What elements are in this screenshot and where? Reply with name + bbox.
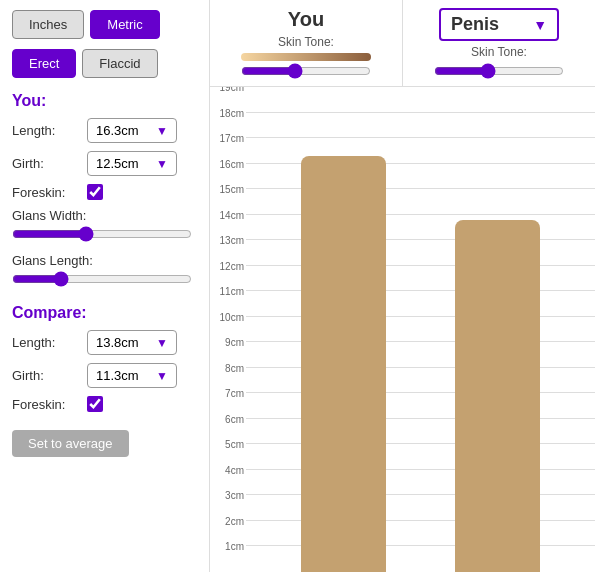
y-axis-label: 10cm bbox=[220, 311, 244, 322]
col-you-header: You Skin Tone: bbox=[210, 0, 402, 86]
y-axis-label: 5cm bbox=[225, 439, 244, 450]
y-axis-label: 6cm bbox=[225, 413, 244, 424]
compare-length-arrow-icon: ▼ bbox=[156, 336, 168, 350]
you-glans-length-label: Glans Length: bbox=[12, 253, 197, 268]
you-length-value: 16.3cm bbox=[96, 123, 139, 138]
bar-you bbox=[301, 156, 386, 572]
penis-skin-tone-slider-container bbox=[434, 63, 564, 82]
compare-length-label: Length: bbox=[12, 335, 87, 350]
you-skin-tone-bar-bg bbox=[241, 53, 371, 61]
you-section-title: You: bbox=[12, 92, 197, 110]
state-buttons: Erect Flaccid bbox=[12, 49, 197, 78]
y-axis-label: 19cm bbox=[220, 87, 244, 93]
you-col-title: You bbox=[288, 8, 324, 31]
chart-area: 1cm2cm3cm4cm5cm6cm7cm8cm9cm10cm11cm12cm1… bbox=[210, 87, 595, 572]
you-glans-width-section: Glans Width: bbox=[12, 208, 197, 245]
bars-container bbox=[246, 87, 595, 572]
you-skin-tone-slider[interactable] bbox=[241, 63, 371, 79]
y-axis-label: 11cm bbox=[220, 286, 244, 297]
metric-button[interactable]: Metric bbox=[90, 10, 159, 39]
you-girth-value: 12.5cm bbox=[96, 156, 139, 171]
penis-dropdown[interactable]: Penis ▼ bbox=[439, 8, 559, 41]
y-axis-label: 14cm bbox=[220, 209, 244, 220]
you-length-arrow-icon: ▼ bbox=[156, 124, 168, 138]
you-glans-length-section: Glans Length: bbox=[12, 253, 197, 290]
you-skin-tone-bar bbox=[241, 53, 371, 61]
y-axis-label: 17cm bbox=[220, 133, 244, 144]
y-axis-label: 18cm bbox=[220, 107, 244, 118]
flaccid-button[interactable]: Flaccid bbox=[82, 49, 157, 78]
compare-girth-value: 11.3cm bbox=[96, 368, 139, 383]
y-axis-label: 2cm bbox=[225, 515, 244, 526]
y-axis-label: 9cm bbox=[225, 337, 244, 348]
compare-section-title: Compare: bbox=[12, 304, 197, 322]
y-axis-label: 12cm bbox=[220, 260, 244, 271]
you-length-dropdown[interactable]: 16.3cm ▼ bbox=[87, 118, 177, 143]
you-length-label: Length: bbox=[12, 123, 87, 138]
y-axis-label: 4cm bbox=[225, 464, 244, 475]
you-girth-label: Girth: bbox=[12, 156, 87, 171]
penis-col-title: Penis bbox=[451, 14, 499, 35]
you-glans-length-slider[interactable] bbox=[12, 271, 192, 287]
y-axis-label: 8cm bbox=[225, 362, 244, 373]
you-skin-tone-label: Skin Tone: bbox=[278, 35, 334, 49]
y-axis-label: 7cm bbox=[225, 388, 244, 399]
y-axis-label: 15cm bbox=[220, 184, 244, 195]
erect-button[interactable]: Erect bbox=[12, 49, 76, 78]
y-axis: 1cm2cm3cm4cm5cm6cm7cm8cm9cm10cm11cm12cm1… bbox=[210, 87, 246, 572]
unit-buttons: Inches Metric bbox=[12, 10, 197, 39]
you-skin-tone-slider-container bbox=[241, 53, 371, 82]
you-girth-dropdown[interactable]: 12.5cm ▼ bbox=[87, 151, 177, 176]
compare-girth-row: Girth: 11.3cm ▼ bbox=[12, 363, 197, 388]
compare-length-value: 13.8cm bbox=[96, 335, 139, 350]
you-foreskin-row: Foreskin: bbox=[12, 184, 197, 200]
right-panel: You Skin Tone: Penis ▼ Skin Tone: bbox=[210, 0, 595, 572]
compare-section: Compare: Length: 13.8cm ▼ Girth: 11.3cm … bbox=[12, 304, 197, 457]
penis-dropdown-arrow-icon: ▼ bbox=[533, 17, 547, 33]
col-penis-header: Penis ▼ Skin Tone: bbox=[403, 0, 595, 86]
set-average-button[interactable]: Set to average bbox=[12, 430, 129, 457]
compare-girth-dropdown[interactable]: 11.3cm ▼ bbox=[87, 363, 177, 388]
you-girth-arrow-icon: ▼ bbox=[156, 157, 168, 171]
penis-skin-tone-label: Skin Tone: bbox=[471, 45, 527, 59]
y-axis-label: 16cm bbox=[220, 158, 244, 169]
compare-length-row: Length: 13.8cm ▼ bbox=[12, 330, 197, 355]
inches-button[interactable]: Inches bbox=[12, 10, 84, 39]
left-panel: Inches Metric Erect Flaccid You: Length:… bbox=[0, 0, 210, 572]
compare-foreskin-checkbox[interactable] bbox=[87, 396, 103, 412]
you-glans-width-slider[interactable] bbox=[12, 226, 192, 242]
y-axis-label: 1cm bbox=[225, 541, 244, 552]
y-axis-label: 3cm bbox=[225, 490, 244, 501]
penis-skin-tone-slider[interactable] bbox=[434, 63, 564, 79]
you-glans-width-label: Glans Width: bbox=[12, 208, 197, 223]
bar-compare bbox=[455, 220, 540, 572]
you-foreskin-label: Foreskin: bbox=[12, 185, 87, 200]
you-length-row: Length: 16.3cm ▼ bbox=[12, 118, 197, 143]
you-foreskin-checkbox[interactable] bbox=[87, 184, 103, 200]
you-girth-row: Girth: 12.5cm ▼ bbox=[12, 151, 197, 176]
compare-foreskin-label: Foreskin: bbox=[12, 397, 87, 412]
compare-girth-label: Girth: bbox=[12, 368, 87, 383]
chart-header: You Skin Tone: Penis ▼ Skin Tone: bbox=[210, 0, 595, 87]
compare-length-dropdown[interactable]: 13.8cm ▼ bbox=[87, 330, 177, 355]
compare-foreskin-row: Foreskin: bbox=[12, 396, 197, 412]
compare-girth-arrow-icon: ▼ bbox=[156, 369, 168, 383]
y-axis-label: 13cm bbox=[220, 235, 244, 246]
